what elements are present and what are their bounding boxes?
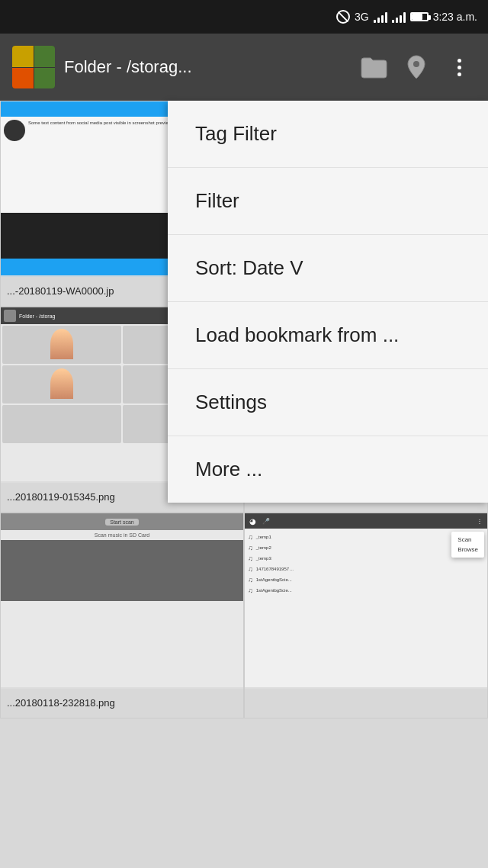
grid-cell-6[interactable]: ◕ 🎤 ⋮ ♫ _temp1 ♫ _temp2 — [244, 513, 488, 719]
menu-item-settings[interactable]: Settings — [168, 369, 488, 436]
music-title-3: _temp3 — [256, 556, 271, 561]
svg-point-0 — [413, 61, 419, 67]
popup-scan[interactable]: Scan — [458, 535, 478, 545]
cell-5-thumbnail: Start scan Scan music in SD Card — [1, 513, 243, 689]
cell3-title: Folder - /storag — [19, 313, 55, 319]
music-title-4: 1471678491957… — [256, 567, 294, 571]
app-icon-cell-3 — [12, 68, 34, 89]
music-title-5: 1stAgentbgScie... — [256, 577, 292, 582]
location-button[interactable] — [400, 50, 433, 84]
cell-6-label — [245, 687, 487, 718]
bar4 — [385, 12, 387, 23]
dot2 — [458, 66, 461, 69]
note-6: ♫ — [248, 587, 253, 594]
cell6-music-list: ♫ _temp1 ♫ _temp2 ♫ _temp3 ♫ — [245, 529, 487, 599]
music-row-3: ♫ _temp3 — [248, 553, 484, 564]
status-icons: 3G 3:23 a.m. — [336, 10, 477, 24]
folder-icon — [360, 56, 387, 79]
app-icon-cell-2 — [34, 46, 56, 67]
cell6-popup: Scan Browse — [451, 532, 484, 558]
signal-bars-2 — [392, 11, 406, 23]
cell5-top: Start scan — [1, 513, 243, 530]
music-row-1: ♫ _temp1 — [248, 532, 484, 542]
popup-browse[interactable]: Browse — [458, 545, 478, 555]
thumb-person-2 — [50, 368, 73, 399]
music-title-2: _temp2 — [256, 545, 271, 550]
dot1 — [458, 59, 461, 63]
app-icon — [12, 46, 55, 88]
cell3-thumb-5 — [2, 405, 121, 443]
dot3 — [458, 72, 461, 76]
bar2 — [396, 18, 398, 23]
menu-item-tag-filter[interactable]: Tag Filter — [168, 101, 488, 168]
bar1 — [392, 20, 394, 23]
menu-item-more[interactable]: More ... — [168, 436, 488, 503]
bar2 — [377, 18, 380, 23]
cell-5-label: ...20180118-232818.png — [1, 687, 243, 718]
bar1 — [374, 20, 376, 23]
app-title: Folder - /storag... — [64, 57, 348, 77]
grid-cell-5[interactable]: Start scan Scan music in SD Card ...2018… — [0, 513, 244, 719]
music-row-4: ♫ 1471678491957… — [248, 564, 484, 574]
menu-item-load-bookmark[interactable]: Load bookmark from ... — [168, 302, 488, 369]
note-1: ♫ — [248, 533, 253, 541]
dropdown-menu: Tag Filter Filter Sort: Date V Load book… — [168, 101, 488, 503]
blocked-icon — [336, 10, 350, 24]
cell5-label: Scan music in SD Card — [1, 530, 243, 540]
battery-icon — [410, 12, 429, 21]
main-content: Some text content from social media post… — [0, 101, 488, 868]
battery-fill — [412, 14, 422, 20]
app-icon-cell-1 — [12, 46, 34, 67]
folder-button[interactable] — [357, 50, 390, 84]
note-2: ♫ — [248, 544, 253, 551]
cell5-scanbtn: Start scan — [105, 519, 139, 526]
note-3: ♫ — [248, 555, 253, 562]
thumb-person-1 — [50, 329, 73, 359]
more-menu-button[interactable] — [442, 50, 476, 84]
cell3-thumb-1 — [2, 326, 121, 364]
cell-6-thumbnail: ◕ 🎤 ⋮ ♫ _temp1 ♫ _temp2 — [245, 513, 487, 689]
cell6-more: ⋮ — [477, 518, 483, 525]
cell5-preview: Start scan Scan music in SD Card — [1, 513, 243, 689]
bar3 — [400, 15, 402, 23]
cell3-mini-icon — [4, 310, 16, 322]
bar4 — [403, 12, 406, 23]
note-4: ♫ — [248, 565, 253, 573]
app-icon-cell-4 — [34, 68, 56, 89]
cell6-search-icon: ◕ — [249, 517, 256, 526]
cell3-thumb-3 — [2, 365, 121, 403]
status-bar: 3G 3:23 a.m. — [0, 0, 488, 34]
app-bar: Folder - /storag... — [0, 34, 488, 101]
music-title-6: 1stAgentbgScie... — [256, 588, 292, 593]
time-display: 3:23 a.m. — [433, 11, 477, 23]
cell6-topbar: ◕ 🎤 ⋮ — [245, 513, 487, 529]
cell6-mic: 🎤 — [262, 518, 270, 525]
music-title-1: _temp1 — [256, 535, 271, 539]
menu-item-sort[interactable]: Sort: Date V — [168, 235, 488, 302]
note-5: ♫ — [248, 576, 253, 583]
menu-item-filter[interactable]: Filter — [168, 168, 488, 235]
signal-bars-1 — [374, 11, 387, 23]
cell6-preview: ◕ 🎤 ⋮ ♫ _temp1 ♫ _temp2 — [245, 513, 487, 689]
location-icon — [406, 54, 426, 80]
cell1-avatar — [4, 120, 25, 141]
music-row-6: ♫ 1stAgentbgScie... — [248, 585, 484, 596]
music-row-2: ♫ _temp2 — [248, 542, 484, 553]
bar3 — [381, 15, 384, 23]
network-type: 3G — [355, 11, 369, 23]
cell5-body — [1, 540, 243, 601]
music-row-5: ♫ 1stAgentbgScie... — [248, 574, 484, 585]
